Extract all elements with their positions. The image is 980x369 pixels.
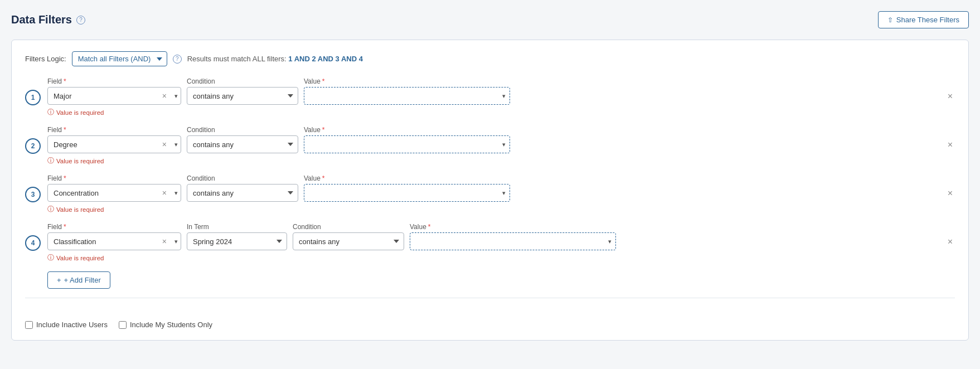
value-wrap-1: ▾ <box>304 87 510 105</box>
condition-group-4: Condition contains any contains all does… <box>293 223 404 250</box>
filter-number-3: 3 <box>25 187 41 202</box>
field-group-4: Field * Classification Major Degree Conc… <box>47 223 181 250</box>
condition-select-4[interactable]: contains any contains all does not conta… <box>293 232 404 250</box>
validation-msg-2: ⓘ Value is required <box>47 156 939 166</box>
field-group-3: Field * Concentration Major Degree Class… <box>47 174 181 202</box>
condition-label-1: Condition <box>187 77 298 85</box>
value-select-4[interactable] <box>410 232 616 250</box>
add-filter-button[interactable]: + + Add Filter <box>47 271 110 289</box>
value-group-3: Value * ▾ <box>304 174 510 202</box>
condition-label-3: Condition <box>187 174 298 182</box>
remove-filter-4[interactable]: × <box>945 235 955 249</box>
field-label-1: Field * <box>47 77 181 85</box>
value-label-4: Value * <box>410 223 616 231</box>
share-icon: ⇧ <box>887 16 893 24</box>
field-group-1: Field * Major Degree Concentration Class… <box>47 77 181 105</box>
value-select-3[interactable] <box>304 184 510 202</box>
value-select-1[interactable] <box>304 87 510 105</box>
field-select-1[interactable]: Major Degree Concentration Classificatio… <box>47 87 181 105</box>
field-input-wrap-2: Degree Major Concentration Classificatio… <box>47 135 181 153</box>
filter-row-1: 1 Field * Major Degree Concentra <box>25 77 955 117</box>
condition-select-3[interactable]: contains any contains all does not conta… <box>187 184 298 202</box>
field-clear-3[interactable]: × <box>162 189 167 197</box>
validation-msg-1: ⓘ Value is required <box>47 108 939 117</box>
condition-group-3: Condition contains any contains all does… <box>187 174 298 202</box>
field-label-4: Field * <box>47 223 181 231</box>
share-filters-button[interactable]: ⇧ Share These Filters <box>878 11 969 28</box>
bottom-section: Include Inactive Users Include My Studen… <box>25 321 955 329</box>
value-wrap-4: ▾ <box>410 232 616 250</box>
logic-help-icon[interactable]: ? <box>173 55 182 64</box>
value-label-3: Value * <box>304 174 510 182</box>
condition-select-1[interactable]: contains any contains all does not conta… <box>187 87 298 105</box>
value-group-4: Value * ▾ <box>410 223 616 250</box>
condition-label-4: Condition <box>293 223 404 231</box>
my-students-checkbox-wrap[interactable]: Include My Students Only <box>119 321 212 329</box>
in-term-label-4: In Term <box>187 223 287 231</box>
add-filter-icon: + <box>57 276 61 284</box>
condition-group-1: Condition contains any contains all does… <box>187 77 298 105</box>
filter-row-4: 4 Field * Classification Major D <box>25 223 955 263</box>
filter-fields-1: Field * Major Degree Concentration Class… <box>47 77 939 117</box>
page-title: Data Filters <box>11 13 72 26</box>
required-star: * <box>64 77 66 85</box>
my-students-label: Include My Students Only <box>130 321 212 329</box>
value-wrap-3: ▾ <box>304 184 510 202</box>
condition-group-2: Condition contains any contains all does… <box>187 126 298 153</box>
condition-label-2: Condition <box>187 126 298 134</box>
logic-row: Filters Logic: Match all Filters (AND) M… <box>25 51 955 66</box>
filter-fields-2: Field * Degree Major Concentration Class… <box>47 126 939 166</box>
field-label-2: Field * <box>47 126 181 134</box>
remove-filter-2[interactable]: × <box>945 138 955 152</box>
filter-fields-3: Field * Concentration Major Degree Class… <box>47 174 939 214</box>
required-star-v1: * <box>322 77 325 85</box>
add-filter-label: + Add Filter <box>64 276 101 284</box>
value-group-1: Value * ▾ <box>304 77 510 105</box>
filter-row-2: 2 Field * Degree Major Concentration <box>25 126 955 166</box>
filter-number-1: 1 <box>25 90 41 105</box>
divider <box>25 298 955 298</box>
filter-fields-4: Field * Classification Major Degree Conc… <box>47 223 939 263</box>
inactive-users-label: Include Inactive Users <box>36 321 108 329</box>
filters-logic-label: Filters Logic: <box>25 55 66 63</box>
validation-msg-3: ⓘ Value is required <box>47 205 939 214</box>
validation-msg-4: ⓘ Value is required <box>47 253 939 263</box>
field-clear-1[interactable]: × <box>162 92 167 100</box>
validation-icon-1: ⓘ <box>47 108 54 117</box>
results-label: Results must match ALL filters: 1 AND 2 … <box>187 55 363 63</box>
filter-row-3: 3 Field * Concentration Major Degree <box>25 174 955 214</box>
field-label-3: Field * <box>47 174 181 182</box>
validation-icon-3: ⓘ <box>47 205 54 214</box>
value-wrap-2: ▾ <box>304 135 510 153</box>
in-term-select-4[interactable]: Spring 2024 Fall 2023 Summer 2024 Fall 2… <box>187 232 287 250</box>
filters-panel: Filters Logic: Match all Filters (AND) M… <box>11 40 969 341</box>
filter-number-2: 2 <box>25 138 41 154</box>
filter-number-4: 4 <box>25 235 41 251</box>
value-label-1: Value * <box>304 77 510 85</box>
field-input-wrap-3: Concentration Major Degree Classificatio… <box>47 184 181 202</box>
field-select-4[interactable]: Classification Major Degree Concentratio… <box>47 232 181 250</box>
field-clear-4[interactable]: × <box>162 237 167 245</box>
my-students-checkbox[interactable] <box>119 321 127 329</box>
field-select-2[interactable]: Degree Major Concentration Classificatio… <box>47 135 181 153</box>
validation-icon-2: ⓘ <box>47 156 54 166</box>
value-group-2: Value * ▾ <box>304 126 510 153</box>
field-select-3[interactable]: Concentration Major Degree Classificatio… <box>47 184 181 202</box>
help-icon[interactable]: ? <box>76 16 85 25</box>
validation-icon-4: ⓘ <box>47 253 54 263</box>
value-label-2: Value * <box>304 126 510 134</box>
share-button-label: Share These Filters <box>896 16 959 24</box>
field-clear-2[interactable]: × <box>162 140 167 148</box>
condition-select-2[interactable]: contains any contains all does not conta… <box>187 135 298 153</box>
remove-filter-3[interactable]: × <box>945 187 955 200</box>
value-select-2[interactable] <box>304 135 510 153</box>
field-group-2: Field * Degree Major Concentration Class… <box>47 126 181 153</box>
in-term-group-4: In Term Spring 2024 Fall 2023 Summer 202… <box>187 223 287 250</box>
inactive-users-checkbox-wrap[interactable]: Include Inactive Users <box>25 321 108 329</box>
inactive-users-checkbox[interactable] <box>25 321 33 329</box>
filter-ids: 1 AND 2 AND 3 AND 4 <box>288 55 363 63</box>
remove-filter-1[interactable]: × <box>945 90 955 103</box>
filters-logic-select[interactable]: Match all Filters (AND) Match any Filter… <box>72 51 167 66</box>
header: Data Filters ? ⇧ Share These Filters <box>11 11 969 28</box>
field-input-wrap-1: Major Degree Concentration Classificatio… <box>47 87 181 105</box>
